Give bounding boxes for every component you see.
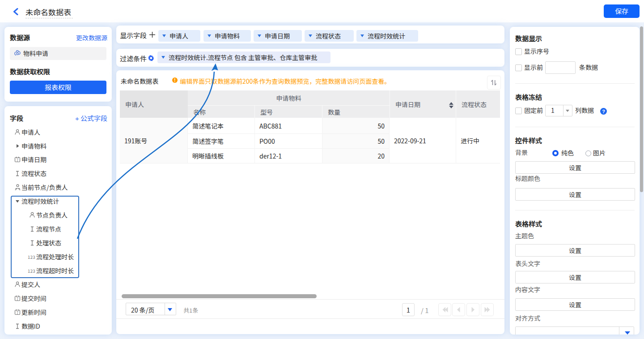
svg-text:7: 7	[17, 310, 19, 315]
svg-text:123: 123	[28, 254, 35, 259]
svg-text:7: 7	[17, 158, 19, 163]
svg-text:123: 123	[28, 268, 35, 273]
svg-text:7: 7	[17, 296, 19, 301]
